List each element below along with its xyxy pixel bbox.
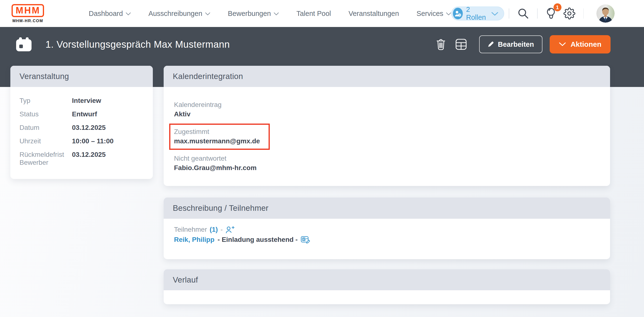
calendar-entry-no-response: Nicht geantwortet Fabio.Grau@mhm-hr.com <box>174 155 600 171</box>
row-value: 10:00 – 11:00 <box>72 137 114 145</box>
participants-card: Beschreibung / Teilnehmer Teilnehmer (1)… <box>164 197 610 259</box>
nav-item-bewerbungen[interactable]: Bewerbungen <box>228 10 279 18</box>
table-icon <box>456 39 467 50</box>
event-row-datum: Datum 03.12.2025 <box>20 124 144 132</box>
page-header-left: 1. Vorstellungsgespräch Max Mustermann <box>16 37 230 51</box>
chevron-down-icon <box>205 12 210 16</box>
chevron-down-icon <box>274 12 279 16</box>
edit-button-label: Bearbeiten <box>498 41 534 49</box>
field-label: Nicht geantwortet <box>174 155 600 162</box>
participants-line: Teilnehmer (1) - <box>174 225 600 234</box>
nav-item-veranstaltungen[interactable]: Veranstaltungen <box>348 10 399 18</box>
event-card-title: Veranstaltung <box>10 66 153 87</box>
event-row-rueckmeldefrist: Rückmeldefrist Bewerber 03.12.2025 <box>20 151 144 166</box>
row-value: 03.12.2025 <box>72 151 106 166</box>
row-label: Typ <box>20 97 72 105</box>
nav-item-label: Veranstaltungen <box>348 10 399 18</box>
field-value: Aktiv <box>174 110 600 118</box>
edit-button[interactable]: Bearbeiten <box>479 36 542 53</box>
event-row-typ: Typ Interview <box>20 97 144 105</box>
history-card-body <box>164 290 610 304</box>
delete-button[interactable] <box>434 37 448 52</box>
actions-button[interactable]: Aktionen <box>550 35 610 54</box>
divider <box>509 9 509 19</box>
participants-count: (1) <box>210 225 218 234</box>
nav-item-dashboard[interactable]: Dashboard <box>89 10 131 18</box>
top-nav: MHM MHM-HR.COM Dashboard Ausschreibungen… <box>0 0 644 27</box>
main-menu: Dashboard Ausschreibungen Bewerbungen Ta… <box>89 10 451 18</box>
nav-item-label: Bewerbungen <box>228 10 271 18</box>
page-title: 1. Vorstellungsgespräch Max Mustermann <box>46 39 230 50</box>
participants-card-body: Teilnehmer (1) - Reik, Philipp - Einladu… <box>164 219 610 259</box>
participant-name-link[interactable]: Reik, Philipp <box>174 236 214 244</box>
event-card: Veranstaltung Typ Interview Status Entwu… <box>10 66 153 179</box>
nav-item-label: Dashboard <box>89 10 123 18</box>
notification-badge: 1 <box>554 3 562 11</box>
calendar-integration-card: Kalenderintegration Kalendereintrag Akti… <box>164 66 610 186</box>
row-value: Interview <box>72 97 101 105</box>
table-view-button[interactable] <box>454 37 468 51</box>
brand-logo-text: MHM <box>12 4 44 17</box>
row-label: Uhrzeit <box>20 137 72 145</box>
row-label: Rückmeldefrist Bewerber <box>20 151 72 166</box>
nav-item-label: Services <box>416 10 443 18</box>
chevron-down-icon <box>126 12 131 16</box>
pencil-icon <box>488 41 494 48</box>
chevron-down-icon <box>559 42 566 47</box>
settings-button[interactable] <box>562 7 576 21</box>
calendar-card-title: Kalenderintegration <box>164 66 610 87</box>
search-button[interactable] <box>516 7 530 21</box>
svg-text:$: $ <box>303 237 305 241</box>
participants-card-title: Beschreibung / Teilnehmer <box>164 197 610 219</box>
brand-logo-subtext: MHM-HR.COM <box>12 19 43 23</box>
row-label: Status <box>20 110 72 118</box>
history-card-title: Verlauf <box>164 269 610 290</box>
page-header-actions: Bearbeiten Aktionen <box>434 35 610 54</box>
chevron-down-icon <box>491 12 498 16</box>
trash-icon <box>436 38 446 50</box>
event-row-status: Status Entwurf <box>20 110 144 118</box>
divider <box>537 9 538 19</box>
event-card-body: Typ Interview Status Entwurf Datum 03.12… <box>10 87 153 179</box>
nav-item-label: Talent Pool <box>296 10 331 18</box>
event-row-uhrzeit: Uhrzeit 10:00 – 11:00 <box>20 137 144 145</box>
participant-row: Reik, Philipp - Einladung ausstehend - $ <box>174 236 600 244</box>
gear-icon <box>564 8 576 20</box>
row-value: 03.12.2025 <box>72 124 106 132</box>
participants-label: Teilnehmer <box>174 225 207 234</box>
search-icon <box>517 8 529 20</box>
nav-item-ausschreibungen[interactable]: Ausschreibungen <box>148 10 210 18</box>
user-avatar[interactable] <box>596 4 615 23</box>
row-label: Datum <box>20 124 72 132</box>
field-value: max.mustermann@gmx.de <box>174 137 260 145</box>
user-roles-icon <box>453 8 463 19</box>
chevron-down-icon <box>446 12 451 16</box>
roles-label: 2 Rollen <box>466 6 488 22</box>
roles-dropdown[interactable]: 2 Rollen <box>451 7 504 21</box>
form-edit-icon[interactable]: $ <box>301 236 310 244</box>
participant-status: - Einladung ausstehend - <box>218 236 298 244</box>
calendar-entry-status: Kalendereintrag Aktiv <box>174 101 600 118</box>
field-label: Zugestimmt <box>174 128 260 135</box>
highlighted-field-accepted: Zugestimmt max.mustermann@gmx.de <box>169 124 270 150</box>
row-value: Entwurf <box>72 110 97 118</box>
divider <box>583 9 584 19</box>
calendar-card-body: Kalendereintrag Aktiv Zugestimmt max.mus… <box>164 87 610 186</box>
history-card: Verlauf <box>164 269 610 304</box>
separator: - <box>220 225 222 234</box>
notifications-button[interactable]: 1 <box>544 6 558 21</box>
nav-item-services[interactable]: Services <box>416 10 451 18</box>
field-label: Kalendereintrag <box>174 101 600 108</box>
add-person-icon[interactable] <box>226 226 235 233</box>
actions-button-label: Aktionen <box>570 40 602 49</box>
nav-item-label: Ausschreibungen <box>148 10 202 18</box>
calendar-icon <box>16 37 32 51</box>
field-value: Fabio.Grau@mhm-hr.com <box>174 164 600 171</box>
brand-logo[interactable]: MHM MHM-HR.COM <box>12 4 44 23</box>
nav-item-talent-pool[interactable]: Talent Pool <box>296 10 331 18</box>
topbar-right: 2 Rollen 1 <box>451 4 615 23</box>
